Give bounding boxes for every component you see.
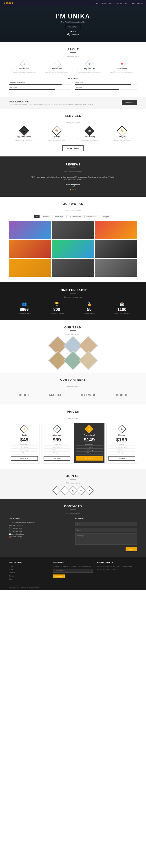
price-feature-ult-1: Unlimited Projects: [108, 446, 135, 448]
hero-cta-button[interactable]: Show More: [65, 25, 81, 29]
nav-prices[interactable]: Prices: [131, 2, 135, 4]
fact-number-2: 55: [74, 307, 104, 312]
prices-section: PRICES Find your own ⚡ Basic $49 Persona…: [0, 404, 146, 469]
work-item-2[interactable]: [52, 221, 94, 239]
prices-grid: ⚡ Basic $49 Personal use 10 Projects 5 G…: [9, 423, 137, 464]
skill-bar-0: [9, 84, 71, 85]
price-amount-pro: $149: [76, 437, 103, 443]
nav-links: Home About Services Science Team Prices …: [96, 2, 143, 4]
nav-about[interactable]: About: [102, 2, 106, 4]
nav-contact[interactable]: Contact: [137, 2, 143, 4]
works-filter: All Websites Web Design App Development …: [9, 215, 137, 218]
message-input[interactable]: [75, 533, 137, 545]
subscribe-button[interactable]: Subscribe: [53, 575, 65, 578]
service-title-3: Coding Fun: [107, 136, 137, 137]
address-line-1: New York, NY 25158: [9, 524, 71, 527]
service-icon-3: ✏️: [117, 126, 127, 136]
review-nav-dot-1[interactable]: [70, 189, 71, 190]
nav-science[interactable]: Science: [117, 2, 122, 4]
joinus-twitter[interactable]: t: [61, 486, 69, 495]
about-icon-1: 💬: [52, 59, 61, 68]
fact-label-1: Completed Projects: [42, 312, 72, 314]
filter-appdev[interactable]: App Development: [67, 215, 83, 218]
skill-label-2: Html & Css: [9, 87, 71, 89]
subscribe-title: Subscribe: [53, 561, 93, 563]
work-item-5[interactable]: [52, 240, 94, 258]
download-button[interactable]: Download: [122, 100, 137, 105]
footer-link-3[interactable]: Contact: [9, 575, 49, 577]
filter-graphic[interactable]: Graphic Design: [84, 215, 99, 218]
partners-grid: DODGE MAZDA DAEWOO DODGE: [9, 391, 137, 399]
prices-title: PRICES: [9, 410, 137, 413]
work-item-1[interactable]: [9, 221, 51, 239]
work-item-9[interactable]: [95, 259, 137, 277]
coffee-icon: ☕: [107, 302, 137, 306]
price-feature-adv-0: Personal use: [44, 443, 70, 446]
works-subtitle: What we are proud of: [9, 210, 137, 212]
price-ultimate: ➕ Ultimate $199 Multi use Unlimited Proj…: [106, 423, 137, 464]
joinus-google[interactable]: g: [69, 486, 77, 495]
projects-icon: 🏆: [42, 302, 72, 306]
name-input[interactable]: [75, 522, 137, 526]
subscribe-input[interactable]: [53, 569, 93, 573]
order-ultimate-button[interactable]: Order Now: [108, 456, 135, 461]
fact-item-0: 👥 6666 Clients Worked With: [9, 302, 39, 314]
email-input[interactable]: [75, 528, 137, 532]
send-button[interactable]: Send: [125, 547, 137, 551]
reviews-divider: [70, 167, 76, 168]
partners-subtitle: Those who trust us: [9, 386, 137, 388]
work-item-6[interactable]: [95, 240, 137, 258]
price-diamond-ultimate: ➕: [117, 425, 126, 434]
download-desc: Lorem ipsum dolor sit amet, consectetur …: [9, 103, 93, 105]
work-item-4[interactable]: [9, 240, 51, 258]
service-icon-2: ☁️: [84, 126, 94, 136]
footer-link-4[interactable]: Team: [9, 578, 49, 580]
hero-watch[interactable]: Your Watch: [67, 33, 79, 36]
order-basic-button[interactable]: Order Now: [11, 456, 38, 461]
skill-fill-0: [9, 84, 62, 85]
footer-link-2[interactable]: Services: [9, 571, 49, 574]
nav-team[interactable]: Team: [124, 2, 128, 4]
about-icon-0: ❓: [20, 59, 29, 68]
price-badge-pro: ⭐: [76, 426, 103, 432]
play-button[interactable]: [67, 33, 70, 36]
about-grid: ❓ Why We Are? Lorem ipsum dolor sit amet…: [9, 61, 137, 74]
price-feature-basic-0: Personal use: [11, 443, 38, 446]
skill-label-0: Photoshop & Illustrator: [9, 82, 71, 84]
price-feature-ult-2: 50 GB Storage: [108, 448, 135, 452]
review-nav-dot-3[interactable]: [75, 189, 76, 190]
filter-wordpress[interactable]: Wordpress: [101, 215, 112, 218]
order-advanced-button[interactable]: Order Now: [44, 456, 70, 461]
filter-all[interactable]: All: [34, 215, 40, 218]
work-item-8[interactable]: [52, 259, 94, 277]
contacts-subtitle: All contacts available: [9, 512, 137, 514]
contact-form: Write to us Send: [75, 518, 137, 551]
team-row-1: [51, 339, 95, 352]
team-divider: [70, 331, 76, 331]
order-pro-button[interactable]: Order Now: [76, 456, 103, 461]
nav-services[interactable]: Services: [108, 2, 115, 4]
tweet-1: Lorem ipsum dolor sit amet...: [97, 568, 137, 571]
fact-item-1: 🏆 800 Completed Projects: [42, 302, 72, 314]
contacts-divider: [70, 509, 76, 509]
price-feature-adv-2: 10 GB Storage: [44, 448, 70, 452]
joinus-linkedin[interactable]: in: [77, 486, 85, 495]
filter-websites[interactable]: Websites: [41, 215, 51, 218]
nav-home[interactable]: Home: [96, 2, 100, 4]
footer-link-0[interactable]: Home: [9, 565, 49, 567]
review-nav-dot-2[interactable]: [72, 189, 74, 190]
service-text-2: Lorem ipsum dolor sit amet, consectetur …: [74, 138, 104, 142]
filter-webdesign[interactable]: Web Design: [52, 215, 65, 218]
large-button[interactable]: Large Button: [63, 146, 83, 151]
joinus-youtube[interactable]: y: [85, 486, 94, 495]
footer-link-1[interactable]: About: [9, 568, 49, 571]
joinus-icons: f t g in y: [9, 487, 137, 494]
work-item-3[interactable]: [95, 221, 137, 239]
works-section: OUR WORKS What we are proud of All Websi…: [0, 197, 146, 282]
work-item-7[interactable]: [9, 259, 51, 277]
about-item-0: ❓ Why We Are? Lorem ipsum dolor sit amet…: [9, 61, 39, 74]
joinus-facebook[interactable]: f: [52, 486, 61, 495]
partner-2: DAEWOO: [81, 393, 97, 397]
about-item-text-3: Lorem ipsum dolor sit amet, consectetur …: [107, 70, 137, 74]
fact-label-0: Clients Worked With: [9, 312, 39, 314]
